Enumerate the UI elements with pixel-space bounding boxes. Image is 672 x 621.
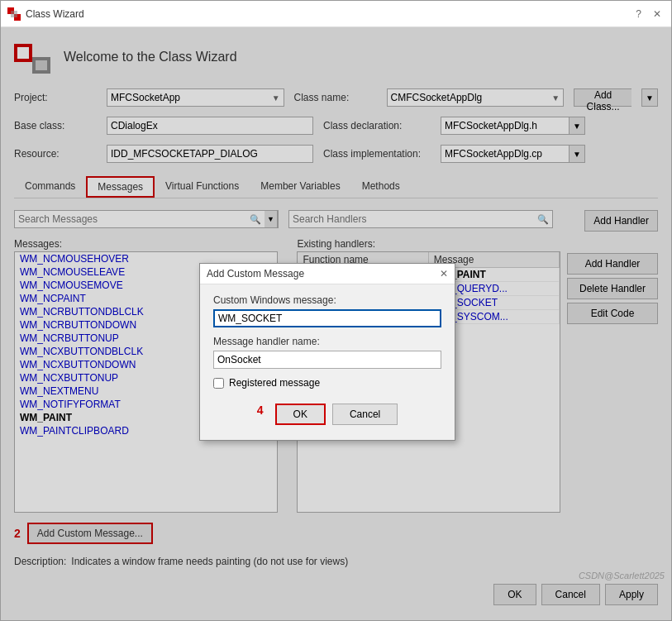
messages-search-box: 🔍 ▼: [14, 210, 279, 228]
cancel-button[interactable]: Cancel: [541, 584, 600, 605]
ok-button[interactable]: OK: [493, 584, 536, 605]
class-decl-row: ▼: [441, 117, 585, 135]
search-handlers-input[interactable]: [289, 211, 534, 227]
buttons-panel: Add Handler Delete Handler Edit Code: [567, 238, 658, 513]
add-handler-button2[interactable]: Add Handler: [567, 253, 658, 275]
handler-name-section: Message handler name:: [213, 336, 441, 369]
app-icon: [7, 7, 21, 21]
tab-messages[interactable]: Messages: [86, 176, 155, 198]
title-bar-controls: ? ✕: [632, 8, 665, 20]
title-bar-left: Class Wizard: [7, 7, 84, 21]
step4-number: 4: [257, 404, 264, 425]
tab-commands[interactable]: Commands: [14, 176, 86, 198]
edit-code-button[interactable]: Edit Code: [567, 303, 658, 324]
project-combo-arrow: ▼: [272, 93, 280, 103]
add-custom-message-button[interactable]: Add Custom Message...: [27, 523, 153, 544]
add-custom-message-dialog: Add Custom Message ✕ Custom Windows mess…: [199, 263, 455, 441]
description-row: Description: Indicates a window frame ne…: [14, 551, 658, 572]
tabs-row: Commands Messages Virtual Functions Memb…: [14, 176, 658, 198]
project-label: Project:: [14, 92, 97, 103]
tab-virtual-functions[interactable]: Virtual Functions: [155, 176, 250, 198]
base-class-row: Base class: Class declaration: ▼: [14, 117, 658, 135]
add-handler-button[interactable]: Add Handler: [584, 210, 658, 232]
modal-ok-button[interactable]: OK: [275, 404, 326, 425]
classname-combo[interactable]: CMFCSocketAppDlg ▼: [387, 88, 565, 107]
modal-title: Add Custom Message: [207, 268, 304, 279]
tab-methods[interactable]: Methods: [351, 176, 411, 198]
project-row: Project: MFCSocketApp ▼ Class name: CMFC…: [14, 88, 658, 107]
class-impl-input[interactable]: [441, 145, 569, 163]
base-class-label: Base class:: [14, 120, 97, 131]
search-handlers-icon: 🔍: [534, 214, 552, 225]
window-title: Class Wizard: [26, 8, 84, 20]
class-impl-btn[interactable]: ▼: [569, 145, 585, 163]
welcome-title: Welcome to the Class Wizard: [64, 50, 237, 64]
modal-buttons: 4 OK Cancel: [213, 397, 441, 430]
handler-name-label: Message handler name:: [213, 336, 441, 347]
footer-row: OK Cancel Apply: [14, 579, 658, 610]
search-row: 🔍 ▼ 🔍 Add Handler: [14, 210, 658, 232]
step2-number: 2: [14, 527, 21, 540]
description-label: Description:: [14, 556, 66, 567]
modal-close-button[interactable]: ✕: [440, 268, 448, 279]
project-value: MFCSocketApp: [111, 92, 180, 103]
class-decl-btn[interactable]: ▼: [569, 117, 585, 135]
registered-label: Registered message: [229, 377, 320, 389]
custom-msg-section: Custom Windows message:: [213, 294, 441, 327]
class-decl-label: Class declaration:: [323, 120, 431, 131]
main-area: Welcome to the Class Wizard Project: MFC…: [1, 27, 671, 620]
bottom-row: 2 Add Custom Message...: [14, 523, 658, 544]
handler-name-input[interactable]: [213, 351, 441, 369]
svg-rect-2: [11, 11, 17, 17]
project-combo[interactable]: MFCSocketApp ▼: [107, 88, 284, 107]
resource-input[interactable]: [107, 145, 313, 163]
watermark: CSDN@Scarlett2025: [579, 571, 665, 580]
classname-label: Class name:: [294, 92, 377, 103]
modal-titlebar: Add Custom Message ✕: [200, 264, 455, 284]
add-class-dropdown-button[interactable]: ▼: [641, 88, 658, 107]
delete-handler-button[interactable]: Delete Handler: [567, 278, 658, 299]
classname-combo-arrow: ▼: [551, 93, 560, 103]
handler-buttons: Add Handler: [584, 210, 658, 232]
search-messages-icon: 🔍: [246, 214, 265, 225]
resource-row: Resource: Class implementation: ▼: [14, 145, 658, 163]
registered-msg-row: Registered message: [213, 377, 441, 389]
registered-checkbox[interactable]: [213, 378, 224, 389]
class-impl-row: ▼: [441, 145, 585, 163]
class-decl-input[interactable]: [441, 117, 569, 135]
handlers-search-box: 🔍: [288, 210, 553, 228]
classname-value: CMFCSocketAppDlg: [391, 92, 483, 103]
custom-msg-input[interactable]: [213, 309, 441, 327]
close-button[interactable]: ✕: [650, 8, 665, 20]
svg-rect-4: [17, 47, 29, 59]
apply-button[interactable]: Apply: [605, 584, 658, 605]
wizard-logo: [14, 37, 54, 77]
header-section: Welcome to the Class Wizard: [14, 37, 658, 77]
search-messages-dropdown[interactable]: ▼: [265, 210, 278, 228]
tab-member-variables[interactable]: Member Variables: [250, 176, 350, 198]
svg-rect-6: [36, 60, 47, 70]
modal-content: Custom Windows message: Message handler …: [200, 284, 455, 440]
base-class-input[interactable]: [107, 117, 313, 135]
main-window: Class Wizard ? ✕ Welcome to the Class Wi…: [0, 0, 672, 621]
messages-label: Messages:: [14, 238, 278, 250]
resource-label: Resource:: [14, 148, 97, 160]
add-class-button[interactable]: Add Class...: [574, 88, 631, 107]
description-text: Indicates a window frame needs painting …: [71, 556, 348, 567]
class-impl-label: Class implementation:: [323, 148, 431, 160]
search-messages-input[interactable]: [15, 211, 246, 227]
title-bar: Class Wizard ? ✕: [1, 1, 671, 27]
handlers-label: Existing handlers:: [297, 238, 560, 250]
help-button[interactable]: ?: [632, 8, 645, 20]
custom-msg-label: Custom Windows message:: [213, 294, 441, 306]
modal-cancel-button[interactable]: Cancel: [332, 404, 398, 425]
